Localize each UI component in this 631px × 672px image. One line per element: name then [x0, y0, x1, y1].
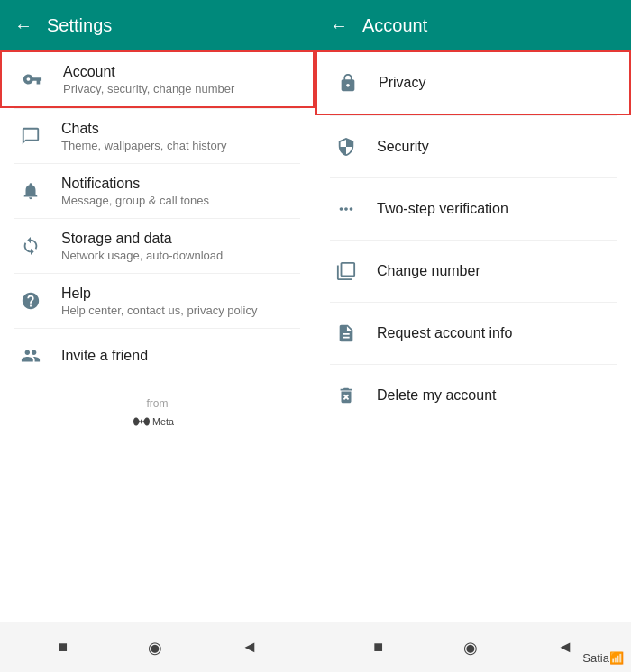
storage-icon [14, 230, 47, 262]
menu-item-chats[interactable]: Chats Theme, wallpapers, chat history [0, 109, 315, 163]
storage-sublabel: Network usage, auto-download [61, 249, 223, 262]
nav-stop-right[interactable]: ■ [373, 638, 383, 657]
two-step-label: Two-step verification [377, 201, 508, 217]
settings-top-bar: ← Settings [0, 0, 315, 50]
lock-icon [332, 67, 364, 99]
nav-home-right[interactable]: ◉ [463, 638, 478, 658]
bottom-nav-left: ■ ◉ ◄ [0, 638, 316, 658]
storage-menu-text: Storage and data Network usage, auto-dow… [61, 231, 223, 262]
account-sublabel: Privacy, security, change number [63, 82, 234, 95]
settings-menu-list: Account Privacy, security, change number… [0, 50, 315, 622]
security-label: Security [377, 139, 429, 155]
chats-label: Chats [61, 121, 227, 137]
notifications-sublabel: Message, group & call tones [61, 194, 209, 207]
account-menu-text: Account Privacy, security, change number [63, 64, 234, 95]
menu-item-storage[interactable]: Storage and data Network usage, auto-dow… [0, 219, 315, 273]
nav-stop-left[interactable]: ■ [58, 638, 68, 657]
meta-footer: from Meta [0, 383, 315, 444]
doc-icon [330, 317, 362, 350]
chats-sublabel: Theme, wallpapers, chat history [61, 139, 227, 152]
account-label: Account [63, 64, 234, 80]
menu-item-help[interactable]: Help Help center, contact us, privacy po… [0, 274, 315, 328]
account-menu-list: Privacy Security T [316, 50, 631, 622]
account-item-privacy[interactable]: Privacy [316, 50, 631, 115]
help-label: Help [61, 286, 258, 302]
bottom-nav: ■ ◉ ◄ ■ ◉ ◄ Satia📶 [0, 622, 631, 672]
chats-icon [14, 120, 47, 152]
storage-label: Storage and data [61, 231, 223, 247]
change-number-label: Change number [377, 263, 480, 279]
settings-title: Settings [47, 15, 112, 36]
chats-menu-text: Chats Theme, wallpapers, chat history [61, 121, 227, 152]
shield-icon [330, 131, 362, 163]
bell-icon [14, 175, 47, 207]
phone-icon [330, 255, 362, 287]
menu-item-account[interactable]: Account Privacy, security, change number [0, 50, 315, 108]
settings-back-arrow[interactable]: ← [14, 15, 32, 36]
nav-home-left[interactable]: ◉ [148, 638, 162, 658]
account-back-arrow[interactable]: ← [330, 15, 348, 36]
notifications-label: Notifications [61, 176, 209, 192]
notifications-menu-text: Notifications Message, group & call tone… [61, 176, 209, 207]
nav-back-left[interactable]: ◄ [242, 638, 258, 657]
left-panel: ← Settings Account Privacy, security, ch… [0, 0, 316, 622]
satia-watermark: Satia📶 [582, 651, 624, 665]
dots-icon [330, 193, 362, 225]
account-item-request-info[interactable]: Request account info [316, 303, 631, 364]
help-icon [14, 285, 47, 317]
right-panel: ← Account Privacy [316, 0, 631, 622]
delete-account-label: Delete my account [377, 387, 497, 404]
wifi-icon: 📶 [609, 651, 624, 665]
meta-from: from [147, 397, 169, 410]
privacy-label: Privacy [379, 75, 425, 91]
account-item-delete[interactable]: Delete my account [316, 365, 631, 426]
invite-menu-text: Invite a friend [61, 348, 148, 364]
trash-icon [330, 379, 362, 412]
help-sublabel: Help center, contact us, privacy policy [61, 304, 258, 317]
people-icon [14, 340, 47, 372]
help-menu-text: Help Help center, contact us, privacy po… [61, 286, 258, 317]
menu-item-notifications[interactable]: Notifications Message, group & call tone… [0, 164, 315, 218]
request-info-label: Request account info [377, 325, 512, 341]
svg-text:Meta: Meta [152, 416, 174, 427]
key-icon [16, 63, 49, 95]
account-item-two-step[interactable]: Two-step verification [316, 178, 631, 240]
account-item-change-number[interactable]: Change number [316, 241, 631, 302]
nav-back-right[interactable]: ◄ [557, 638, 573, 657]
meta-logo: Meta [131, 413, 185, 430]
account-top-bar: ← Account [316, 0, 631, 50]
account-title: Account [362, 15, 427, 36]
account-item-security[interactable]: Security [316, 116, 631, 177]
invite-label: Invite a friend [61, 348, 148, 364]
menu-item-invite[interactable]: Invite a friend [0, 329, 315, 383]
